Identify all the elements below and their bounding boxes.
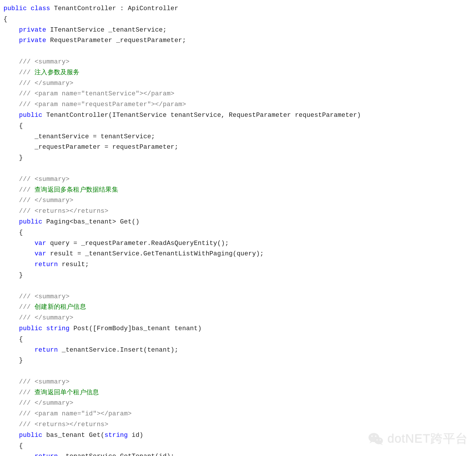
code-line: /// <summary> (3, 174, 476, 185)
token: { (3, 122, 23, 130)
token: id) (128, 432, 143, 439)
token (3, 304, 19, 311)
token (3, 453, 34, 456)
token-kw: public (3, 5, 27, 12)
token-cmt-green: 创建新的租户信息 (34, 304, 86, 311)
token-kw: public (19, 325, 42, 332)
token-cmt-green: 注入参数及服务 (34, 69, 79, 76)
token-cmt: /// </summary> (19, 197, 74, 204)
token: { (3, 336, 23, 343)
token: TenantController(ITenantService tenantSe… (42, 112, 361, 119)
code-line: /// 查询返回多条租户数据结果集 (3, 185, 476, 196)
token (3, 58, 19, 66)
token (3, 240, 34, 247)
token: RequestParameter _requestParameter; (46, 37, 186, 44)
code-line: } (3, 153, 476, 163)
token: { (3, 16, 7, 23)
token-cmt-green: 查询返回单个租户信息 (34, 389, 99, 396)
token (3, 378, 19, 386)
code-line: var query = _requestParameter.ReadAsQuer… (3, 238, 476, 249)
code-line: /// 查询返回单个租户信息 (3, 388, 476, 398)
token (3, 80, 19, 87)
code-line: /// <param name="tenantService"></param> (3, 89, 476, 99)
code-line: { (3, 14, 476, 25)
token: { (3, 442, 23, 450)
token (3, 197, 19, 204)
code-line: return _tenantService.GetTenant(id); (3, 451, 476, 456)
token (3, 218, 19, 226)
token-cmt: /// </summary> (19, 314, 74, 321)
token-kw: string (104, 432, 128, 439)
code-line: private RequestParameter _requestParamet… (3, 35, 476, 46)
token (3, 90, 19, 97)
token-cmt: /// <summary> (19, 378, 70, 386)
code-line: /// </summary> (3, 195, 476, 206)
code-line: _requestParameter = requestParameter; (3, 142, 476, 153)
token-kw: return (34, 453, 58, 456)
token (3, 325, 19, 332)
token-kw: private (19, 26, 46, 34)
code-line: _tenantService = tenantService; (3, 132, 476, 142)
code-line: return _tenantService.Insert(tenant); (3, 345, 476, 356)
code-line: } (3, 270, 476, 281)
code-line: var result = _tenantService.GetTenantLis… (3, 249, 476, 259)
token-cmt: /// <param name="id"></param> (19, 410, 132, 417)
token: result; (58, 261, 89, 268)
token-cmt: /// </summary> (19, 399, 74, 407)
token-cmt: /// (19, 304, 35, 311)
code-line (3, 281, 476, 292)
token: } (3, 357, 23, 364)
token: { (3, 229, 23, 236)
token-kw: return (34, 261, 58, 268)
code-line: private ITenantService _tenantService; (3, 25, 476, 36)
code-line: /// 注入参数及服务 (3, 68, 476, 78)
token (3, 293, 19, 300)
token: _tenantService.GetTenant(id); (58, 453, 175, 456)
code-line: /// <summary> (3, 57, 476, 68)
code-line (3, 366, 476, 377)
token-cmt-green: 查询返回多条租户数据结果集 (34, 186, 118, 194)
token (3, 399, 19, 407)
token-cmt: /// <summary> (19, 293, 70, 300)
token-cmt: /// <returns></returns> (19, 421, 108, 428)
token (3, 69, 19, 76)
token-cmt: /// <summary> (19, 176, 70, 183)
code-line: public Paging<bas_tenant> Get() (3, 217, 476, 228)
code-line: /// <returns></returns> (3, 419, 476, 430)
code-line (3, 46, 476, 57)
token: query = _requestParameter.ReadAsQueryEnt… (46, 240, 229, 247)
token-cmt: /// </summary> (19, 80, 74, 87)
code-line: /// </summary> (3, 78, 476, 89)
code-line: { (3, 441, 476, 452)
token (3, 261, 34, 268)
token: Post([FromBody]bas_tenant tenant) (70, 325, 202, 332)
token (3, 346, 34, 354)
code-line: /// 创建新的租户信息 (3, 302, 476, 313)
token-kw: class (31, 5, 50, 12)
token (3, 314, 19, 321)
token (3, 186, 19, 194)
code-line: public string Post([FromBody]bas_tenant … (3, 324, 476, 334)
token (42, 325, 46, 332)
token-cmt: /// <returns></returns> (19, 208, 108, 215)
code-line: } (3, 355, 476, 366)
code-line: public TenantController(ITenantService t… (3, 110, 476, 121)
code-line: { (3, 334, 476, 345)
token (3, 432, 19, 439)
code-line: public bas_tenant Get(string id) (3, 430, 476, 441)
token (3, 37, 19, 44)
token-kw: public (19, 432, 42, 439)
token-kw: string (46, 325, 69, 332)
code-line: /// <returns></returns> (3, 206, 476, 217)
token (3, 101, 19, 108)
token-kw: return (34, 346, 58, 354)
token: TenantController : ApiController (50, 5, 178, 12)
token-kw: public (19, 112, 42, 119)
token: bas_tenant Get( (42, 432, 104, 439)
token: ITenantService _tenantService; (46, 26, 166, 34)
code-line: { (3, 121, 476, 132)
token: } (3, 272, 23, 279)
code-block: public class TenantController : ApiContr… (0, 0, 476, 456)
code-line: return result; (3, 259, 476, 270)
token-kw: var (34, 240, 46, 247)
